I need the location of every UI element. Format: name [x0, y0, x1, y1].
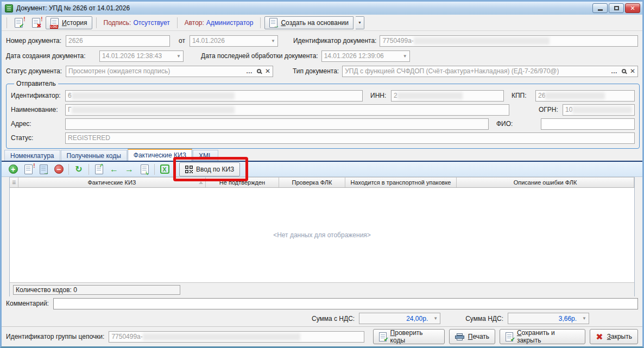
doc-type-input[interactable]: УПД с функцией СЧФДОП (Счёт-фактура+Накл… [342, 66, 638, 77]
inn-input[interactable]: 2 [391, 90, 504, 102]
sender-id-label: Идентификатор: [11, 92, 65, 99]
arrow-right-icon: → [125, 164, 134, 174]
tab-nomenklatura[interactable]: Номенклатура [4, 150, 60, 161]
column-header-ne-podtverzhden[interactable]: Не подтвержден [206, 177, 279, 187]
document-form: Номер документа: 2626 от 14.01.2026▼ Иде… [2, 31, 642, 150]
add-button[interactable]: + [6, 163, 20, 176]
author-status: Автор: Администратор [181, 19, 257, 27]
row-indicator-header [10, 177, 18, 187]
delete-icon: − [54, 164, 64, 174]
doc-status-input[interactable]: Просмотрен (ожидается подпись) …✕ [66, 66, 273, 77]
doc-number-label: Номер документа: [6, 37, 66, 45]
close-x-icon: ✖ [596, 332, 603, 342]
column-header-proverka-flk[interactable]: Проверка ФЛК [279, 177, 345, 187]
redacted-text [397, 92, 463, 99]
vat-input[interactable]: 3,66р.▼ [508, 313, 589, 324]
tab-xml[interactable]: XML [193, 150, 218, 161]
check-codes-button[interactable]: ✔ Проверить коды [373, 329, 445, 344]
close-document-button[interactable]: ✖ Закрыть [590, 329, 638, 344]
ogrn-input[interactable]: 10 [563, 104, 635, 116]
minimize-button[interactable] [592, 3, 608, 13]
grid-status-strip: Количество кодов: 0 [10, 282, 634, 296]
footer-bar: Идентификатор группы цепочки: 7750499a- … [2, 327, 642, 346]
grid-header: Фактические КИЗ Не подтвержден Проверка … [10, 177, 634, 188]
import-button[interactable]: → [36, 163, 50, 176]
fio-input[interactable] [541, 118, 635, 130]
clear-icon[interactable]: ✕ [265, 67, 270, 75]
separator [177, 17, 178, 28]
create-based-on-button[interactable]: → Создать на основании [264, 16, 353, 29]
app-icon [5, 4, 13, 12]
sender-id-input[interactable]: 6 [65, 90, 363, 102]
redacted-text [414, 37, 550, 45]
redacted-text [572, 106, 632, 113]
tab-poluchennye-kody[interactable]: Полученные коды [61, 150, 127, 161]
clear-icon[interactable]: ✕ [630, 67, 635, 75]
column-header-fakticheskie-kiz[interactable]: Фактические КИЗ [18, 177, 206, 187]
remove-signature-icon: ✖! [32, 18, 40, 28]
kpp-label: КПП: [504, 92, 535, 99]
grid-body: <Нет данных для отображения> [10, 188, 634, 282]
history-button[interactable]: LOG История [46, 16, 92, 29]
move-to-list-button[interactable]: ↱ [92, 163, 106, 176]
redacted-text [143, 333, 300, 340]
sum-with-vat-input[interactable]: 24,00р.▼ [359, 313, 440, 324]
move-right-button[interactable]: → [122, 163, 136, 176]
list-arrow-up-icon: ↱ [95, 164, 103, 174]
kiz-toolbar: + ! → − ↻ ↱ ← → ↳ X Ввод по КИЗ [2, 162, 642, 177]
kiz-tab-page: Фактические КИЗ Не подтвержден Проверка … [9, 177, 635, 296]
chevron-down-icon[interactable]: ▼ [431, 316, 438, 321]
sender-status-label: Статус: [11, 134, 65, 142]
refresh-icon: ↻ [75, 164, 82, 174]
sender-status-input[interactable]: REGISTERED [65, 132, 635, 144]
search-icon[interactable] [257, 69, 261, 73]
sender-name-input[interactable]: Г [65, 104, 509, 116]
doc-status-label: Статус документа: [6, 67, 66, 75]
close-button[interactable]: ✕ [625, 3, 640, 13]
move-left-button[interactable]: ← [107, 163, 121, 176]
created-date-input[interactable]: 14.01.2026 12:38:43▼ [99, 50, 184, 62]
column-header-transport-upakovka[interactable]: Находится в транспортной упаковке [345, 177, 457, 187]
chain-group-id-label: Идентификатор группы цепочки: [6, 333, 104, 340]
chevron-down-icon[interactable]: ▼ [174, 54, 181, 59]
remove-signature-button[interactable]: ✖! [28, 16, 43, 29]
edit-icon: ! [24, 164, 33, 174]
sender-groupbox: Отправитель Идентификатор: 6 ИНН: 2 КПП:… [6, 80, 640, 149]
maximize-button[interactable] [609, 3, 624, 13]
export-excel-button[interactable]: X [157, 163, 172, 176]
sign-document-button[interactable]: ✔! [11, 16, 26, 29]
minimize-icon [598, 9, 603, 11]
search-icon[interactable] [622, 69, 626, 73]
chain-group-id-input[interactable]: 7750499a- [109, 331, 364, 343]
create-based-on-dropdown[interactable]: ▼ [356, 16, 364, 29]
ellipsis-icon[interactable]: … [611, 67, 618, 75]
chevron-down-icon[interactable]: ▼ [269, 39, 275, 43]
signature-status: Подпись: Отсутствует [100, 19, 173, 27]
chevron-down-icon[interactable]: ▼ [401, 54, 407, 59]
chevron-down-icon[interactable]: ▼ [580, 316, 586, 321]
delete-button[interactable]: − [52, 163, 66, 176]
processed-date-input[interactable]: 14.01.2026 12:39:06▼ [321, 50, 410, 62]
edit-button[interactable]: ! [21, 163, 35, 176]
ellipsis-icon[interactable]: … [246, 67, 253, 75]
doc-id-input[interactable]: 7750499a- [380, 35, 638, 47]
print-button[interactable]: Печать [449, 329, 495, 344]
redacted-text [72, 106, 235, 113]
comment-input[interactable] [53, 298, 638, 309]
move-from-list-button[interactable]: ↳ [137, 163, 151, 176]
save-and-close-button[interactable]: ✔ Сохранить и закрыть [500, 329, 585, 344]
comment-row: Комментарий: [2, 296, 642, 311]
tab-fakticheskie-kiz[interactable]: Фактические КИЗ [128, 149, 192, 161]
create-based-on-icon: → [269, 18, 277, 28]
refresh-button[interactable]: ↻ [72, 163, 86, 176]
kpp-input[interactable]: 26 [535, 90, 635, 102]
address-input[interactable] [65, 118, 489, 130]
column-header-opisanie-oshibki[interactable]: Описание ошибки ФЛК [457, 177, 634, 187]
vat-label: Сумма НДС: [465, 315, 503, 322]
doc-date-input[interactable]: 14.01.2026▼ [190, 35, 278, 47]
titlebar[interactable]: Документ: УПД № 2626 от 14.01.2026 ✕ [2, 2, 642, 15]
redacted-text [545, 92, 605, 99]
doc-number-input[interactable]: 2626 [66, 35, 170, 47]
vvod-po-kiz-button[interactable]: Ввод по КИЗ [179, 162, 240, 176]
fio-label: ФИО: [489, 120, 541, 128]
